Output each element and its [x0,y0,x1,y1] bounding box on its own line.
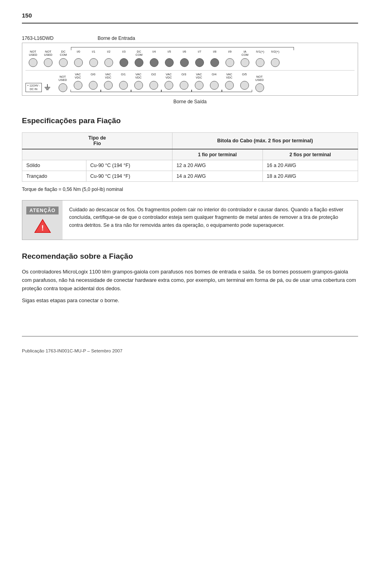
row2-two-wire: 18 a 20 AWG [262,171,358,182]
section2-paragraph2: Sigas estas etapas para conectar o borne… [22,297,358,305]
col2-header: Bitola do Cabo (máx. 2 fios por terminal… [172,133,358,149]
out-not-used-2: NOTUSED [252,75,267,92]
row2-type: Trançado [22,171,86,182]
term-i1: I/1 [86,50,101,67]
row1-two-wire: 16 a 20 AWG [262,160,358,171]
row1-type: Sólido [22,160,86,171]
row1-one-wire: 12 a 20 AWG [172,160,262,171]
term-dc-com-2: DCCOM [131,50,147,67]
row2-spec: Cu-90 °C (194 °F) [86,171,172,182]
section2-body: Os controladores MicroLogix 1100 têm gra… [22,268,358,305]
table-row: Sólido Cu-90 °C (194 °F) 12 a 20 AWG 16 … [22,160,358,171]
col1-header: Tipo de Fio [22,133,172,149]
diagram-model-label: 1763-L16DWD [22,35,66,41]
input-terminal-area: NOTUSED NOTUSED DCCOM I/0 [25,47,355,92]
term-i4: I/4 [147,50,162,67]
warning-triangle-icon: ! [34,218,51,234]
attention-badge: ATENÇÃO [26,206,59,214]
diagram-section: 1763-L16DWD Borne de Entrada NOTUSED [22,35,358,104]
term-dc-com-1: DCCOM [56,50,71,67]
subheader-type [22,149,172,160]
out-pair-vac-o4: VACVDC O/4 [192,73,222,92]
term-iv1: IV1(+) [253,50,268,67]
bottom-rule [22,336,358,336]
out-pair-vac-o2: VACVDC O/2 [131,73,161,92]
page-container: 150 1763-L16DWD Borne de Entrada NOT [0,0,380,588]
svg-text:!: ! [41,224,44,232]
term-not-used-2: NOTUSED [41,50,56,67]
diagram-output-label: Borne de Saída [22,99,358,104]
input-terminal-row: NOTUSED NOTUSED DCCOM I/0 [25,50,355,67]
section2: Recomendação sobre a Fiação Os controlad… [22,252,358,305]
ground-symbol [43,83,51,92]
out-pair-vac-o0: VACVDC O/0 [71,73,101,92]
term-i9: I/9 [222,50,237,67]
page-number: 150 [22,12,358,19]
row1-spec: Cu-90 °C (194 °F) [86,160,172,171]
out-pair-vac-o3: VACVDC O/3 [161,73,192,92]
term-iv2: IV2(+) [268,50,283,67]
term-i6: I/6 [177,50,192,67]
torque-note: Torque de fiação = 0,56 Nm (5,0 pol-lb) … [22,187,358,192]
row2-one-wire: 14 a 20 AWG [172,171,262,182]
subheader-1fio: 1 fio por terminal [172,149,262,160]
section1: Especificações para Fiação Tipo de Fio B… [22,116,358,192]
term-i7: I/7 [192,50,207,67]
top-rule [22,23,358,24]
spec-table: Tipo de Fio Bitola do Cabo (máx. 2 fios … [22,132,358,182]
subheader-2fios: 2 fios por terminal [262,149,358,160]
out-pair-vac-o1: VACVDC O/1 [101,73,131,92]
out-pair-vac-o5: VACVDC O/5 [222,73,252,92]
term-i2: I/2 [101,50,116,67]
attention-text: Cuidado ao descascar os fios. Os fragmen… [63,201,358,240]
diagram-input-label: Borne de Entrada [98,35,135,41]
footer-text: Publicação 1763-IN001C-MU-P – Setembro 2… [22,348,358,353]
term-i8: I/8 [207,50,222,67]
section2-heading: Recomendação sobre a Fiação [22,252,358,261]
out-not-used: NOTUSED [55,75,71,92]
diagram-wrapper: NOTUSED NOTUSED DCCOM I/0 [22,43,358,96]
table-row: Trançado Cu-90 °C (194 °F) 14 a 20 AWG 1… [22,171,358,182]
diagram-label-row: 1763-L16DWD Borne de Entrada [22,35,358,41]
section2-paragraph1: Os controladores MicroLogix 1100 têm gra… [22,268,358,293]
section1-heading: Especificações para Fiação [22,116,358,125]
attention-box: ATENÇÃO ! Cuidado ao descascar os fios. … [22,200,358,240]
output-terminal-row: + 12/24V -DC IN [25,73,355,92]
term-i3: I/3 [116,50,131,67]
attention-left: ATENÇÃO ! [22,201,63,240]
term-not-used-1: NOTUSED [25,50,41,67]
term-ia-com: IACOM [237,50,253,67]
term-i5: I/5 [162,50,177,67]
term-i0: I/0 [71,50,86,67]
